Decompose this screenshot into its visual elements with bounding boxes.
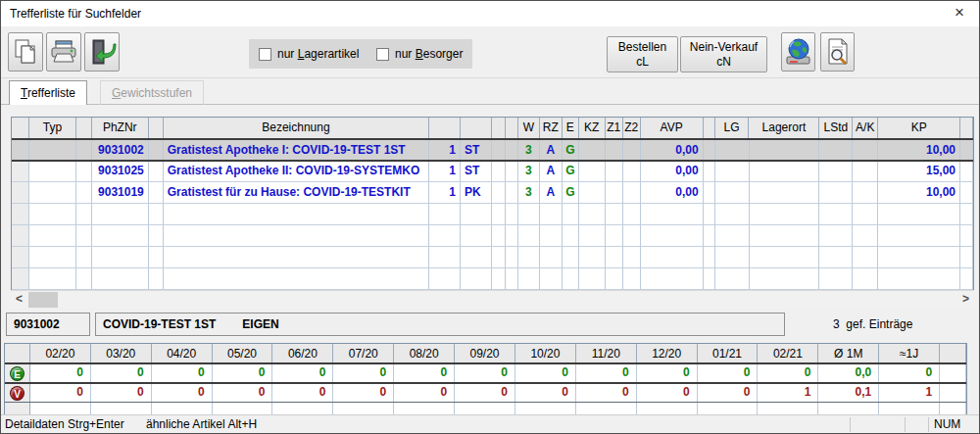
column-header-z2[interactable]: Z2 [623, 118, 641, 138]
stats-row-V[interactable]: V00000000000010,11 [5, 384, 966, 403]
result-cell-lg [715, 247, 750, 268]
column-header-empty[interactable] [960, 118, 973, 138]
result-row[interactable]: 9031019Gratistest für zu Hause: COVID-19… [12, 182, 973, 204]
stats-column-header[interactable]: 03/20 [91, 344, 152, 362]
column-header-einheit[interactable] [461, 118, 492, 138]
column-header-z1[interactable]: Z1 [606, 118, 623, 138]
close-icon[interactable]: × [944, 1, 975, 26]
result-cell [506, 140, 518, 160]
column-header-phznr[interactable]: PhZNr [92, 118, 149, 138]
column-header-empty[interactable] [76, 118, 92, 138]
result-cell-z1 [606, 225, 623, 247]
stats-column-header[interactable]: 02/21 [758, 344, 818, 362]
column-header-empty[interactable] [149, 118, 164, 138]
column-header-empty[interactable] [12, 118, 29, 138]
result-row[interactable]: 9031025Gratistest Apotheke II: COVID-19-… [12, 161, 973, 182]
result-cell-kp: 10,00 [878, 182, 960, 204]
column-header-lagerort[interactable]: Lagerort [749, 118, 819, 138]
column-header-kz[interactable]: KZ [579, 118, 606, 138]
stats-column-header[interactable]: 11/20 [576, 344, 637, 362]
detail-name: COVID-19-TEST 1ST [103, 317, 216, 331]
nein-verkauf-button[interactable]: Nein-Verkauf cN [680, 36, 767, 72]
result-cell [12, 182, 29, 204]
column-header-typ[interactable]: Typ [29, 118, 76, 138]
column-header-menge[interactable] [429, 118, 461, 138]
stats-value-cell: 0 [333, 364, 394, 382]
stats-column-header[interactable]: 10/20 [515, 344, 576, 362]
column-header-w[interactable]: W [518, 118, 540, 138]
result-cell-menge [429, 247, 461, 268]
column-header-empty[interactable] [492, 118, 506, 138]
horizontal-scrollbar[interactable]: < > [11, 290, 974, 308]
result-row[interactable] [12, 225, 973, 247]
result-cell-einheit [461, 204, 492, 225]
stats-column-header[interactable]: 05/20 [213, 344, 273, 362]
tab-trefferliste[interactable]: Trefferliste [9, 80, 87, 105]
stats-row-E[interactable]: E00000000000000,00 [5, 364, 966, 384]
online-button[interactable] [781, 32, 815, 72]
tab-gewichtsstufen[interactable]: Gewichtsstufen [100, 80, 204, 105]
bestellen-button[interactable]: Bestellen cL [607, 36, 678, 72]
print-button[interactable] [46, 32, 81, 72]
besorger-checkbox[interactable] [376, 48, 389, 61]
result-cell-typ [29, 204, 76, 225]
result-row[interactable] [12, 204, 973, 225]
stats-value-cell: 0 [515, 364, 576, 382]
stats-value-cell: 0 [515, 384, 576, 402]
new-document-button[interactable] [8, 32, 43, 72]
result-row[interactable] [12, 268, 973, 290]
result-cell-bezeichnung: Gratistest Apotheke I: COVID-19-TEST 1ST [164, 140, 429, 160]
result-cell-lg [715, 140, 750, 160]
column-header-e[interactable]: E [563, 118, 579, 138]
stats-row-icon-cell: E [5, 364, 30, 382]
column-header-lstd[interactable]: LStd [819, 118, 853, 138]
column-header-avp[interactable]: AVP [641, 118, 704, 138]
result-cell-kp: 15,00 [878, 161, 960, 182]
result-cell [12, 225, 29, 247]
result-cell-einheit [461, 225, 492, 247]
result-cell [76, 204, 92, 225]
stats-column-header[interactable]: 12/20 [637, 344, 698, 362]
column-header-kp[interactable]: KP [878, 118, 960, 138]
stats-column-header[interactable]: 06/20 [272, 344, 333, 362]
scroll-left-icon[interactable]: < [11, 291, 27, 309]
result-cell [506, 268, 518, 290]
lagerartikel-checkbox[interactable] [259, 48, 271, 61]
result-cell-kz [579, 161, 606, 182]
document-magnifier-icon [824, 37, 852, 67]
result-cell-typ [29, 182, 76, 204]
column-header-ak[interactable]: A/K [853, 118, 878, 138]
exit-button[interactable] [84, 32, 120, 72]
result-row[interactable] [12, 247, 973, 268]
stats-value-cell: 0 [637, 364, 698, 382]
column-header-rz[interactable]: RZ [540, 118, 563, 138]
stats-column-header[interactable]: 04/20 [152, 344, 213, 362]
stats-column-header[interactable]: ≈1J [879, 344, 940, 362]
result-cell-lagerort [750, 161, 820, 182]
stats-value-cell: 0 [576, 364, 637, 382]
column-header-empty[interactable] [506, 118, 518, 138]
stats-column-header[interactable]: 08/20 [394, 344, 455, 362]
result-cell [12, 247, 29, 268]
stats-column-header[interactable]: 02/20 [30, 344, 91, 362]
result-cell-einheit: ST [461, 140, 492, 160]
scrollbar-thumb[interactable] [28, 292, 58, 308]
stats-column-header[interactable]: Ø 1M [818, 344, 879, 362]
column-header-lg[interactable]: LG [715, 118, 750, 138]
result-cell-lagerort [750, 268, 820, 290]
result-cell-phznr [92, 247, 149, 268]
scroll-right-icon[interactable]: > [957, 291, 974, 309]
stats-column-header[interactable]: 07/20 [333, 344, 394, 362]
result-cell-lstd [819, 247, 853, 268]
result-row[interactable]: 9031002Gratistest Apotheke I: COVID-19-T… [12, 138, 973, 162]
stats-column-header[interactable]: 09/20 [455, 344, 515, 362]
einkauf-icon: E [10, 366, 24, 381]
result-cell-lagerort [750, 182, 820, 204]
stats-value-cell: 0,1 [818, 384, 879, 402]
stats-value-cell: 1 [758, 384, 818, 402]
stats-column-header[interactable]: 01/21 [698, 344, 759, 362]
preview-button[interactable] [820, 32, 855, 72]
result-cell-ak [853, 140, 878, 160]
column-header-empty[interactable] [704, 118, 715, 138]
column-header-bezeichnung[interactable]: Bezeichnung [164, 118, 429, 138]
